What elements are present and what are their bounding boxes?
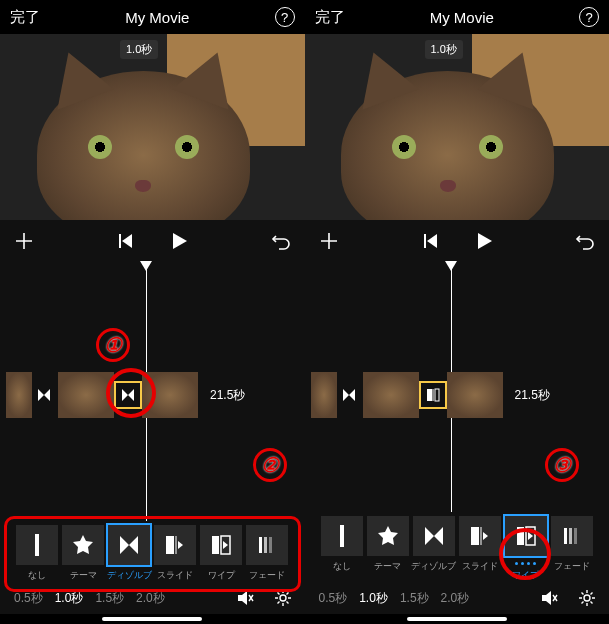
- skip-back-button[interactable]: [113, 229, 137, 253]
- editor-pane-right: 完了 My Movie ? 1.0秒: [305, 0, 610, 624]
- duration-row: 0.5秒1.0秒1.5秒2.0秒: [305, 584, 610, 614]
- clip[interactable]: [58, 372, 114, 418]
- transition-duration-badge: 1.0秒: [425, 40, 463, 59]
- timeline[interactable]: 21.5秒 ①: [0, 262, 305, 521]
- clip-track: 21.5秒: [305, 372, 610, 418]
- duration-option[interactable]: 1.5秒: [396, 588, 433, 609]
- play-button[interactable]: [472, 229, 496, 253]
- transition-node-selected[interactable]: [116, 383, 140, 407]
- transition-label: スライド: [157, 569, 193, 582]
- transition-label: スライド: [462, 560, 498, 573]
- fade-icon: [246, 525, 288, 565]
- transition-option-dissolve[interactable]: ディゾルブ: [412, 516, 456, 582]
- header: 完了 My Movie ?: [305, 0, 610, 34]
- svg-rect-16: [574, 528, 577, 544]
- project-title: My Movie: [125, 9, 189, 26]
- preview-content: [37, 71, 250, 220]
- dissolve-icon: [413, 516, 455, 556]
- transition-option-fade[interactable]: フェード: [245, 525, 289, 582]
- transition-option-none[interactable]: なし: [320, 516, 364, 582]
- duration-option[interactable]: 2.0秒: [437, 588, 474, 609]
- help-button[interactable]: ?: [275, 7, 295, 27]
- mute-button[interactable]: [537, 586, 561, 610]
- none-icon: [321, 516, 363, 556]
- skip-back-button[interactable]: [418, 229, 442, 253]
- transition-option-theme[interactable]: テーマ: [61, 525, 105, 582]
- transition-option-slide[interactable]: スライド: [458, 516, 502, 582]
- transition-option-wipe[interactable]: ワイプ: [504, 516, 548, 582]
- slide-icon: [154, 525, 196, 565]
- variant-dots: [515, 562, 536, 565]
- svg-rect-0: [35, 534, 39, 556]
- transition-option-dissolve[interactable]: ディゾルブ: [107, 525, 151, 582]
- svg-rect-10: [340, 525, 344, 547]
- clip[interactable]: [6, 372, 32, 418]
- duration-option[interactable]: 0.5秒: [315, 588, 352, 609]
- undo-button[interactable]: [573, 229, 597, 253]
- transition-label: ワイプ: [512, 569, 539, 582]
- transition-node[interactable]: [337, 383, 361, 407]
- duration-option[interactable]: 1.0秒: [51, 588, 88, 609]
- svg-rect-6: [269, 537, 272, 553]
- clip[interactable]: [363, 372, 419, 418]
- transition-option-fade[interactable]: フェード: [550, 516, 594, 582]
- transition-option-slide[interactable]: スライド: [153, 525, 197, 582]
- transition-options-bar: なしテーマディゾルブスライドワイプフェード: [305, 512, 610, 584]
- transition-label: フェード: [554, 560, 590, 573]
- add-media-button[interactable]: [12, 229, 36, 253]
- play-button[interactable]: [167, 229, 191, 253]
- preview-area[interactable]: 1.0秒: [0, 34, 305, 220]
- project-title: My Movie: [430, 9, 494, 26]
- transition-option-theme[interactable]: テーマ: [366, 516, 410, 582]
- transition-label: なし: [28, 569, 46, 582]
- transition-label: フェード: [249, 569, 285, 582]
- done-button[interactable]: 完了: [315, 8, 345, 27]
- transition-option-none[interactable]: なし: [15, 525, 59, 582]
- add-media-button[interactable]: [317, 229, 341, 253]
- settings-button[interactable]: [575, 586, 599, 610]
- dissolve-icon: [108, 525, 150, 565]
- svg-rect-5: [264, 537, 267, 553]
- annotation-label-1: ①: [96, 328, 130, 362]
- svg-rect-12: [517, 527, 524, 545]
- remaining-duration: 21.5秒: [210, 387, 245, 404]
- clip[interactable]: [447, 372, 503, 418]
- clip[interactable]: [142, 372, 198, 418]
- svg-rect-1: [166, 536, 174, 554]
- svg-rect-2: [212, 536, 219, 554]
- preview-content: [341, 71, 554, 220]
- duration-option[interactable]: 2.0秒: [132, 588, 169, 609]
- svg-rect-4: [259, 537, 262, 553]
- clip[interactable]: [311, 372, 337, 418]
- mute-button[interactable]: [233, 586, 257, 610]
- transition-options-bar: なしテーマディゾルブスライドワイプフェード: [0, 521, 305, 584]
- clip-track: 21.5秒: [0, 372, 305, 418]
- remaining-duration: 21.5秒: [515, 387, 550, 404]
- duration-options: 0.5秒1.0秒1.5秒2.0秒: [315, 588, 474, 609]
- transport-bar: [305, 220, 610, 262]
- theme-icon: [62, 525, 104, 565]
- slide-icon: [459, 516, 501, 556]
- duration-option[interactable]: 1.0秒: [355, 588, 392, 609]
- duration-option[interactable]: 1.5秒: [91, 588, 128, 609]
- preview-area[interactable]: 1.0秒: [305, 34, 610, 220]
- svg-rect-15: [569, 528, 572, 544]
- transition-label: ディゾルブ: [411, 560, 456, 573]
- duration-row: 0.5秒1.0秒1.5秒2.0秒: [0, 584, 305, 614]
- fade-icon: [551, 516, 593, 556]
- transition-node-selected[interactable]: [421, 383, 445, 407]
- settings-button[interactable]: [271, 586, 295, 610]
- timeline[interactable]: 21.5秒: [305, 262, 610, 512]
- transport-bar: [0, 220, 305, 262]
- theme-icon: [367, 516, 409, 556]
- transition-option-wipe[interactable]: ワイプ: [199, 525, 243, 582]
- done-button[interactable]: 完了: [10, 8, 40, 27]
- transition-node[interactable]: [32, 383, 56, 407]
- undo-button[interactable]: [269, 229, 293, 253]
- duration-option[interactable]: 0.5秒: [10, 588, 47, 609]
- none-icon: [16, 525, 58, 565]
- transition-label: テーマ: [374, 560, 401, 573]
- svg-rect-11: [471, 527, 479, 545]
- help-button[interactable]: ?: [579, 7, 599, 27]
- transition-label: なし: [333, 560, 351, 573]
